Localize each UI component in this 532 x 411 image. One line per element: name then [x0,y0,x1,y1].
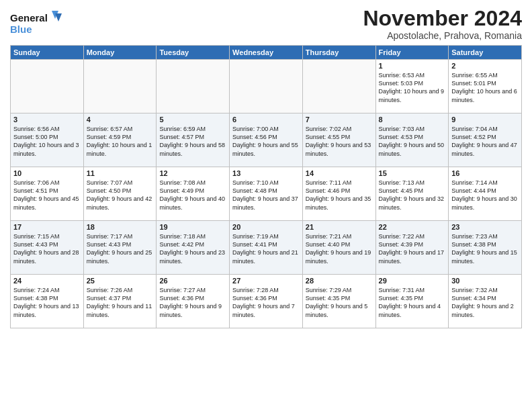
table-row: 4Sunrise: 6:57 AM Sunset: 4:59 PM Daylig… [83,113,157,167]
day-info: Sunrise: 7:13 AM Sunset: 4:45 PM Dayligh… [379,179,446,212]
header-thursday: Thursday [302,46,375,60]
day-info: Sunrise: 7:11 AM Sunset: 4:46 PM Dayligh… [306,179,373,212]
day-info: Sunrise: 7:02 AM Sunset: 4:55 PM Dayligh… [306,125,373,158]
table-row: 2Sunrise: 6:55 AM Sunset: 5:01 PM Daylig… [449,60,522,113]
day-info: Sunrise: 6:53 AM Sunset: 5:03 PM Dayligh… [379,71,446,104]
table-row [157,60,230,113]
table-row: 29Sunrise: 7:31 AM Sunset: 4:35 PM Dayli… [375,275,449,328]
day-info: Sunrise: 7:29 AM Sunset: 4:35 PM Dayligh… [306,286,373,319]
header-tuesday: Tuesday [157,46,230,60]
header: General Blue November 2024 Apostolache, … [10,7,522,41]
header-wednesday: Wednesday [230,46,303,60]
day-info: Sunrise: 7:31 AM Sunset: 4:35 PM Dayligh… [379,286,446,319]
location-subtitle: Apostolache, Prahova, Romania [363,30,522,41]
day-number: 2 [451,62,519,70]
table-row [11,60,84,113]
page-container: General Blue November 2024 Apostolache, … [0,0,532,335]
day-number: 25 [87,277,154,285]
day-info: Sunrise: 7:07 AM Sunset: 4:50 PM Dayligh… [87,179,154,212]
day-info: Sunrise: 7:24 AM Sunset: 4:38 PM Dayligh… [13,286,81,319]
day-number: 5 [159,116,226,124]
day-number: 6 [232,116,300,124]
header-monday: Monday [83,46,157,60]
day-number: 8 [379,116,446,124]
day-number: 16 [451,169,519,177]
day-number: 12 [159,169,226,177]
header-saturday: Saturday [449,46,522,60]
day-info: Sunrise: 7:14 AM Sunset: 4:44 PM Dayligh… [451,179,519,212]
day-info: Sunrise: 7:08 AM Sunset: 4:49 PM Dayligh… [159,179,226,212]
day-info: Sunrise: 6:59 AM Sunset: 4:57 PM Dayligh… [159,125,226,158]
day-number: 26 [159,277,226,285]
day-info: Sunrise: 7:17 AM Sunset: 4:43 PM Dayligh… [87,232,154,265]
day-number: 22 [379,223,446,231]
day-info: Sunrise: 7:21 AM Sunset: 4:40 PM Dayligh… [306,232,373,265]
day-info: Sunrise: 7:23 AM Sunset: 4:38 PM Dayligh… [451,232,519,265]
day-info: Sunrise: 7:10 AM Sunset: 4:48 PM Dayligh… [232,179,300,212]
table-row: 27Sunrise: 7:28 AM Sunset: 4:36 PM Dayli… [230,275,303,328]
table-row: 9Sunrise: 7:04 AM Sunset: 4:52 PM Daylig… [449,113,522,167]
day-number: 3 [13,116,81,124]
day-number: 21 [306,223,373,231]
table-row: 22Sunrise: 7:22 AM Sunset: 4:39 PM Dayli… [375,221,449,275]
table-row: 12Sunrise: 7:08 AM Sunset: 4:49 PM Dayli… [157,167,230,221]
calendar-week-row: 1Sunrise: 6:53 AM Sunset: 5:03 PM Daylig… [11,60,522,113]
table-row: 16Sunrise: 7:14 AM Sunset: 4:44 PM Dayli… [449,167,522,221]
title-area: November 2024 Apostolache, Prahova, Roma… [363,7,522,41]
table-row: 30Sunrise: 7:32 AM Sunset: 4:34 PM Dayli… [449,275,522,328]
day-info: Sunrise: 6:55 AM Sunset: 5:01 PM Dayligh… [451,71,519,104]
svg-text:Blue: Blue [10,24,32,35]
day-number: 24 [13,277,81,285]
table-row: 1Sunrise: 6:53 AM Sunset: 5:03 PM Daylig… [375,60,449,113]
day-info: Sunrise: 6:56 AM Sunset: 5:00 PM Dayligh… [13,125,81,158]
header-sunday: Sunday [11,46,84,60]
day-number: 28 [306,277,373,285]
day-number: 9 [451,116,519,124]
table-row: 3Sunrise: 6:56 AM Sunset: 5:00 PM Daylig… [11,113,84,167]
logo-svg: General Blue [10,9,64,40]
table-row: 18Sunrise: 7:17 AM Sunset: 4:43 PM Dayli… [83,221,157,275]
day-info: Sunrise: 7:28 AM Sunset: 4:36 PM Dayligh… [232,286,300,319]
day-info: Sunrise: 7:00 AM Sunset: 4:56 PM Dayligh… [232,125,300,158]
day-number: 15 [379,169,446,177]
day-info: Sunrise: 7:04 AM Sunset: 4:52 PM Dayligh… [451,125,519,158]
day-number: 4 [87,116,154,124]
table-row: 15Sunrise: 7:13 AM Sunset: 4:45 PM Dayli… [375,167,449,221]
calendar-week-row: 3Sunrise: 6:56 AM Sunset: 5:00 PM Daylig… [11,113,522,167]
day-info: Sunrise: 7:19 AM Sunset: 4:41 PM Dayligh… [232,232,300,265]
table-row: 21Sunrise: 7:21 AM Sunset: 4:40 PM Dayli… [302,221,375,275]
day-number: 1 [379,62,446,70]
table-row: 20Sunrise: 7:19 AM Sunset: 4:41 PM Dayli… [230,221,303,275]
day-info: Sunrise: 7:32 AM Sunset: 4:34 PM Dayligh… [451,286,519,319]
day-number: 19 [159,223,226,231]
month-title: November 2024 [363,7,522,30]
table-row: 10Sunrise: 7:06 AM Sunset: 4:51 PM Dayli… [11,167,84,221]
header-friday: Friday [375,46,449,60]
day-info: Sunrise: 7:18 AM Sunset: 4:42 PM Dayligh… [159,232,226,265]
table-row: 24Sunrise: 7:24 AM Sunset: 4:38 PM Dayli… [11,275,84,328]
table-row: 26Sunrise: 7:27 AM Sunset: 4:36 PM Dayli… [157,275,230,328]
table-row: 13Sunrise: 7:10 AM Sunset: 4:48 PM Dayli… [230,167,303,221]
day-number: 17 [13,223,81,231]
day-info: Sunrise: 7:26 AM Sunset: 4:37 PM Dayligh… [87,286,154,319]
table-row: 25Sunrise: 7:26 AM Sunset: 4:37 PM Dayli… [83,275,157,328]
calendar-week-row: 10Sunrise: 7:06 AM Sunset: 4:51 PM Dayli… [11,167,522,221]
day-number: 23 [451,223,519,231]
table-row [230,60,303,113]
day-number: 20 [232,223,300,231]
table-row [83,60,157,113]
table-row [302,60,375,113]
table-row: 5Sunrise: 6:59 AM Sunset: 4:57 PM Daylig… [157,113,230,167]
calendar-week-row: 17Sunrise: 7:15 AM Sunset: 4:43 PM Dayli… [11,221,522,275]
day-number: 13 [232,169,300,177]
day-info: Sunrise: 7:27 AM Sunset: 4:36 PM Dayligh… [159,286,226,319]
day-number: 30 [451,277,519,285]
day-number: 10 [13,169,81,177]
day-info: Sunrise: 7:03 AM Sunset: 4:53 PM Dayligh… [379,125,446,158]
day-number: 11 [87,169,154,177]
table-row: 17Sunrise: 7:15 AM Sunset: 4:43 PM Dayli… [11,221,84,275]
svg-marker-3 [55,13,62,21]
day-number: 7 [306,116,373,124]
day-info: Sunrise: 7:06 AM Sunset: 4:51 PM Dayligh… [13,179,81,212]
calendar-table: Sunday Monday Tuesday Wednesday Thursday… [10,45,522,328]
